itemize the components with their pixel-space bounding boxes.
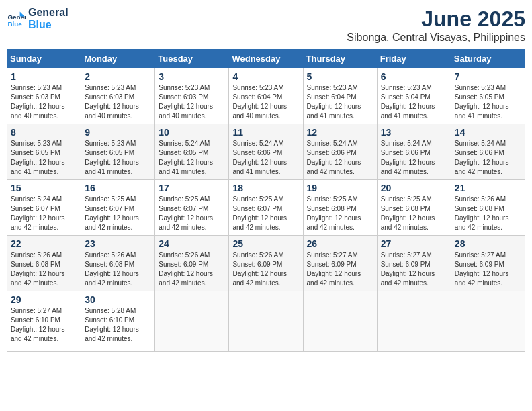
table-row: 3Sunrise: 5:23 AM Sunset: 6:03 PM Daylig… <box>155 68 229 124</box>
table-row: 30Sunrise: 5:28 AM Sunset: 6:10 PM Dayli… <box>81 291 155 352</box>
day-number: 29 <box>11 294 77 305</box>
table-row: 25Sunrise: 5:26 AM Sunset: 6:09 PM Dayli… <box>229 236 303 291</box>
day-info: Sunrise: 5:24 AM Sunset: 6:06 PM Dayligh… <box>307 139 373 177</box>
table-row: 16Sunrise: 5:25 AM Sunset: 6:07 PM Dayli… <box>81 180 155 236</box>
day-number: 12 <box>307 127 373 138</box>
day-number: 18 <box>232 183 299 193</box>
day-info: Sunrise: 5:23 AM Sunset: 6:03 PM Dayligh… <box>85 83 151 121</box>
col-sunday: Sunday <box>7 50 81 68</box>
day-info: Sunrise: 5:24 AM Sunset: 6:06 PM Dayligh… <box>455 139 521 177</box>
day-number: 21 <box>455 183 521 193</box>
logo-icon: General Blue <box>7 9 26 28</box>
table-row: 7Sunrise: 5:23 AM Sunset: 6:05 PM Daylig… <box>451 68 525 124</box>
col-saturday: Saturday <box>451 50 525 68</box>
svg-text:Blue: Blue <box>7 20 22 28</box>
table-row: 2Sunrise: 5:23 AM Sunset: 6:03 PM Daylig… <box>81 68 155 124</box>
table-row: 20Sunrise: 5:25 AM Sunset: 6:08 PM Dayli… <box>377 180 451 236</box>
day-number: 9 <box>85 127 151 138</box>
table-row: 27Sunrise: 5:27 AM Sunset: 6:09 PM Dayli… <box>377 236 451 291</box>
table-row: 22Sunrise: 5:26 AM Sunset: 6:08 PM Dayli… <box>7 236 81 291</box>
table-row <box>229 291 303 352</box>
table-row: 10Sunrise: 5:24 AM Sunset: 6:05 PM Dayli… <box>155 124 229 180</box>
day-info: Sunrise: 5:23 AM Sunset: 6:05 PM Dayligh… <box>85 139 151 177</box>
day-info: Sunrise: 5:25 AM Sunset: 6:07 PM Dayligh… <box>85 195 151 232</box>
day-number: 22 <box>11 238 77 249</box>
day-number: 4 <box>232 71 299 82</box>
day-number: 26 <box>307 238 373 249</box>
table-row: 4Sunrise: 5:23 AM Sunset: 6:04 PM Daylig… <box>229 68 303 124</box>
day-number: 5 <box>307 71 373 82</box>
day-number: 14 <box>455 127 521 138</box>
day-info: Sunrise: 5:25 AM Sunset: 6:08 PM Dayligh… <box>307 195 373 232</box>
logo-general: General <box>28 7 69 19</box>
day-info: Sunrise: 5:27 AM Sunset: 6:10 PM Dayligh… <box>11 306 77 344</box>
day-number: 11 <box>232 127 299 138</box>
day-number: 19 <box>307 183 373 193</box>
table-row: 24Sunrise: 5:26 AM Sunset: 6:09 PM Dayli… <box>155 236 229 291</box>
day-info: Sunrise: 5:26 AM Sunset: 6:09 PM Dayligh… <box>159 250 225 288</box>
title-section: June 2025 Sibonga, Central Visayas, Phil… <box>347 7 525 44</box>
day-info: Sunrise: 5:26 AM Sunset: 6:08 PM Dayligh… <box>11 250 77 288</box>
day-info: Sunrise: 5:26 AM Sunset: 6:08 PM Dayligh… <box>455 195 521 232</box>
table-row: 29Sunrise: 5:27 AM Sunset: 6:10 PM Dayli… <box>7 291 81 352</box>
table-row: 14Sunrise: 5:24 AM Sunset: 6:06 PM Dayli… <box>451 124 525 180</box>
page-header: General Blue General Blue June 2025 Sibo… <box>7 7 525 44</box>
table-row: 17Sunrise: 5:25 AM Sunset: 6:07 PM Dayli… <box>155 180 229 236</box>
day-info: Sunrise: 5:28 AM Sunset: 6:10 PM Dayligh… <box>85 306 151 344</box>
day-number: 24 <box>159 238 225 249</box>
col-tuesday: Tuesday <box>155 50 229 68</box>
day-number: 17 <box>159 183 225 193</box>
table-row <box>155 291 229 352</box>
day-number: 25 <box>232 238 299 249</box>
table-row: 23Sunrise: 5:26 AM Sunset: 6:08 PM Dayli… <box>81 236 155 291</box>
day-number: 15 <box>11 183 77 193</box>
day-info: Sunrise: 5:23 AM Sunset: 6:05 PM Dayligh… <box>455 83 521 121</box>
day-number: 23 <box>85 238 151 249</box>
table-row: 5Sunrise: 5:23 AM Sunset: 6:04 PM Daylig… <box>303 68 377 124</box>
day-info: Sunrise: 5:27 AM Sunset: 6:09 PM Dayligh… <box>455 250 521 288</box>
day-info: Sunrise: 5:24 AM Sunset: 6:06 PM Dayligh… <box>381 139 447 177</box>
col-wednesday: Wednesday <box>229 50 303 68</box>
day-info: Sunrise: 5:24 AM Sunset: 6:06 PM Dayligh… <box>232 139 299 177</box>
day-number: 3 <box>159 71 225 82</box>
logo: General Blue General Blue <box>7 7 69 30</box>
day-info: Sunrise: 5:23 AM Sunset: 6:05 PM Dayligh… <box>11 139 77 177</box>
calendar-week-4: 22Sunrise: 5:26 AM Sunset: 6:08 PM Dayli… <box>7 236 525 291</box>
day-info: Sunrise: 5:24 AM Sunset: 6:07 PM Dayligh… <box>11 195 77 232</box>
calendar-week-3: 15Sunrise: 5:24 AM Sunset: 6:07 PM Dayli… <box>7 180 525 236</box>
table-row <box>303 291 377 352</box>
day-number: 27 <box>381 238 447 249</box>
day-number: 1 <box>11 71 77 82</box>
table-row: 18Sunrise: 5:25 AM Sunset: 6:07 PM Dayli… <box>229 180 303 236</box>
table-row: 28Sunrise: 5:27 AM Sunset: 6:09 PM Dayli… <box>451 236 525 291</box>
calendar-header-row: Sunday Monday Tuesday Wednesday Thursday… <box>7 50 525 68</box>
calendar-week-2: 8Sunrise: 5:23 AM Sunset: 6:05 PM Daylig… <box>7 124 525 180</box>
table-row: 1Sunrise: 5:23 AM Sunset: 6:03 PM Daylig… <box>7 68 81 124</box>
logo-blue: Blue <box>28 19 69 31</box>
day-number: 16 <box>85 183 151 193</box>
table-row: 6Sunrise: 5:23 AM Sunset: 6:04 PM Daylig… <box>377 68 451 124</box>
day-number: 10 <box>159 127 225 138</box>
col-friday: Friday <box>377 50 451 68</box>
subtitle: Sibonga, Central Visayas, Philippines <box>347 32 525 44</box>
table-row <box>451 291 525 352</box>
day-info: Sunrise: 5:26 AM Sunset: 6:09 PM Dayligh… <box>232 250 299 288</box>
day-info: Sunrise: 5:24 AM Sunset: 6:05 PM Dayligh… <box>159 139 225 177</box>
table-row <box>377 291 451 352</box>
col-monday: Monday <box>81 50 155 68</box>
calendar-week-5: 29Sunrise: 5:27 AM Sunset: 6:10 PM Dayli… <box>7 291 525 352</box>
table-row: 9Sunrise: 5:23 AM Sunset: 6:05 PM Daylig… <box>81 124 155 180</box>
table-row: 15Sunrise: 5:24 AM Sunset: 6:07 PM Dayli… <box>7 180 81 236</box>
day-info: Sunrise: 5:23 AM Sunset: 6:04 PM Dayligh… <box>232 83 299 121</box>
day-info: Sunrise: 5:23 AM Sunset: 6:03 PM Dayligh… <box>11 83 77 121</box>
day-number: 30 <box>85 294 151 305</box>
table-row: 21Sunrise: 5:26 AM Sunset: 6:08 PM Dayli… <box>451 180 525 236</box>
table-row: 19Sunrise: 5:25 AM Sunset: 6:08 PM Dayli… <box>303 180 377 236</box>
table-row: 26Sunrise: 5:27 AM Sunset: 6:09 PM Dayli… <box>303 236 377 291</box>
day-info: Sunrise: 5:25 AM Sunset: 6:07 PM Dayligh… <box>232 195 299 232</box>
day-info: Sunrise: 5:23 AM Sunset: 6:04 PM Dayligh… <box>381 83 447 121</box>
col-thursday: Thursday <box>303 50 377 68</box>
day-number: 13 <box>381 127 447 138</box>
day-number: 7 <box>455 71 521 82</box>
day-info: Sunrise: 5:27 AM Sunset: 6:09 PM Dayligh… <box>307 250 373 288</box>
